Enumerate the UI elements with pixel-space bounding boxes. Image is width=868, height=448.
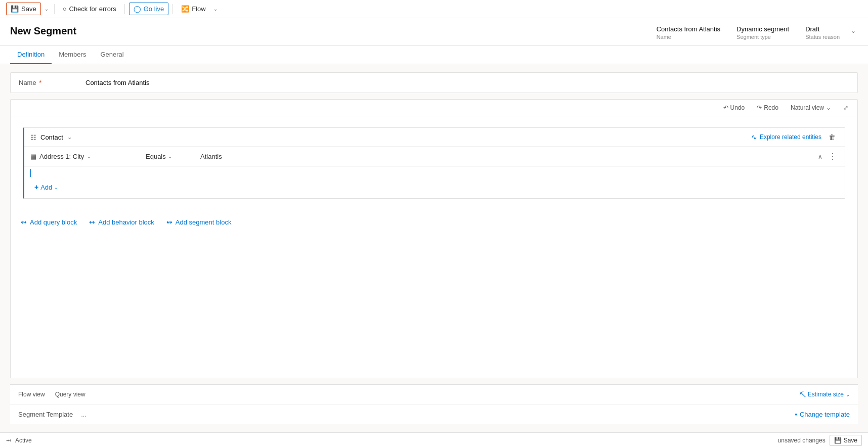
flow-label: Flow: [192, 5, 205, 13]
delete-contact-block-button[interactable]: 🗑: [826, 132, 839, 142]
add-query-block-button[interactable]: ↭ Add query block: [21, 218, 77, 226]
name-form-card: Name * Contacts from Atlantis: [10, 72, 858, 93]
redo-button[interactable]: ↷ Redo: [754, 103, 782, 113]
save-button[interactable]: 💾 Save: [6, 3, 41, 15]
flow-icon: 🔀: [181, 5, 189, 13]
natural-view-button[interactable]: Natural view ⌄: [788, 103, 834, 113]
condition-operator[interactable]: Equals ⌄: [146, 153, 196, 160]
template-info: Segment Template ...: [18, 411, 86, 418]
toolbar: 💾 Save ⌄ ○ Check for errors ◯ Go live 🔀 …: [0, 0, 868, 18]
explore-icon: ∿: [751, 133, 757, 141]
separator-3: [172, 4, 173, 14]
add-query-label: Add query block: [30, 218, 77, 226]
condition-field[interactable]: ▦ Address 1: City ⌄: [30, 153, 142, 160]
tab-members[interactable]: Members: [52, 46, 93, 64]
add-label: Add: [40, 184, 52, 191]
add-behavior-block-button[interactable]: ↭ Add behavior block: [89, 218, 154, 226]
contact-header-right: ∿ Explore related entities 🗑: [751, 132, 839, 142]
separator-2: [124, 4, 125, 14]
expand-button[interactable]: ⤢: [840, 103, 851, 113]
flow-view-tab[interactable]: Flow view: [18, 390, 45, 399]
page-title: New Segment: [10, 25, 76, 36]
go-live-icon: ◯: [134, 5, 141, 13]
save-icon: 💾: [11, 5, 19, 13]
add-segment-block-button[interactable]: ↭ Add segment block: [166, 218, 232, 226]
add-query-icon: ↭: [21, 218, 27, 226]
contact-header-left: ☷ Contact ⌄: [30, 133, 72, 141]
add-condition-button[interactable]: + Add ⌄: [28, 180, 64, 194]
bottom-panel-tabs: Flow view Query view ⛏ Estimate size ⌄: [10, 385, 858, 405]
contact-block: ☷ Contact ⌄ ∿ Explore related entities 🗑: [23, 127, 845, 199]
change-template-label: Change template: [800, 411, 850, 418]
add-segment-label: Add segment block: [176, 218, 232, 226]
condition-value: Atlantis: [200, 153, 812, 160]
undo-icon: ↶: [723, 104, 728, 111]
contact-entity-chevron[interactable]: ⌄: [67, 134, 72, 141]
builder-card: ↶ Undo ↷ Redo Natural view ⌄ ⤢ ☷: [10, 99, 858, 378]
meta-segment-type: Dynamic segment Segment type: [736, 25, 789, 40]
meta-name-value: Contacts from Atlantis: [657, 25, 720, 33]
status-left: ⤟ Active: [6, 437, 32, 444]
undo-label: Undo: [730, 104, 745, 111]
template-label: Segment Template: [18, 411, 73, 418]
add-chevron: ⌄: [54, 185, 58, 190]
change-template-icon: ▪: [795, 411, 797, 418]
meta-status-label: Status reason: [805, 34, 840, 40]
check-errors-button[interactable]: ○ Check for errors: [59, 3, 120, 15]
estimate-icon: ⛏: [799, 391, 806, 398]
save-button-label: Save: [21, 5, 36, 13]
page-title-container: New Segment: [10, 25, 76, 37]
redo-icon: ↷: [757, 104, 762, 111]
tabs-bar: Definition Members General: [0, 46, 868, 64]
status-save-label: Save: [844, 437, 857, 444]
flow-button[interactable]: 🔀 Flow: [177, 3, 209, 15]
redo-label: Redo: [764, 104, 778, 111]
operator-chevron: ⌄: [168, 154, 172, 159]
page-header: New Segment Contacts from Atlantis Name …: [0, 18, 868, 46]
condition-more-button[interactable]: ⋮: [827, 151, 839, 162]
condition-actions: ∧ ⋮: [816, 151, 839, 162]
status-text: Active: [15, 437, 32, 444]
template-value: ...: [81, 411, 86, 418]
expand-status-icon[interactable]: ⤟: [6, 437, 11, 444]
save-chevron[interactable]: ⌄: [43, 4, 50, 14]
field-chevron: ⌄: [87, 154, 91, 159]
query-view-tab[interactable]: Query view: [55, 390, 85, 399]
cursor-area: [24, 167, 845, 178]
tab-general[interactable]: General: [93, 46, 131, 64]
meta-name: Contacts from Atlantis Name: [657, 25, 720, 40]
text-cursor: [30, 169, 31, 177]
main-content: Name * Contacts from Atlantis ↶ Undo ↷ R…: [0, 64, 868, 432]
estimate-size-button[interactable]: ⛏ Estimate size ⌄: [799, 391, 850, 398]
meta-name-label: Name: [657, 34, 671, 40]
contact-block-wrapper: ☷ Contact ⌄ ∿ Explore related entities 🗑: [11, 116, 857, 210]
view-chevron-icon: ⌄: [826, 104, 831, 111]
status-bar: ⤟ Active unsaved changes 💾 Save: [0, 432, 868, 448]
header-meta: Contacts from Atlantis Name Dynamic segm…: [657, 25, 840, 40]
bottom-panel-tabs-left: Flow view Query view: [18, 390, 85, 399]
go-live-button[interactable]: ◯ Go live: [129, 3, 168, 15]
field-icon: ▦: [30, 153, 36, 160]
add-behavior-icon: ↭: [89, 218, 95, 226]
contact-header: ☷ Contact ⌄ ∿ Explore related entities 🗑: [24, 128, 845, 147]
plus-icon: +: [34, 183, 38, 191]
meta-status-value: Draft: [805, 25, 819, 33]
header-collapse-icon[interactable]: ⌄: [849, 25, 858, 36]
go-live-label: Go live: [144, 5, 164, 13]
change-template-button[interactable]: ▪ Change template: [795, 411, 850, 418]
flow-chevron[interactable]: ⌄: [212, 4, 219, 14]
undo-button[interactable]: ↶ Undo: [720, 103, 748, 113]
name-form-row: Name * Contacts from Atlantis: [11, 73, 857, 93]
unsaved-changes-text: unsaved changes: [778, 437, 826, 444]
bottom-panel: Flow view Query view ⛏ Estimate size ⌄ S…: [10, 384, 858, 424]
expand-icon: ⤢: [843, 104, 848, 111]
condition-row: ▦ Address 1: City ⌄ Equals ⌄ Atlantis ∧ …: [24, 147, 845, 167]
tab-definition[interactable]: Definition: [10, 46, 52, 64]
status-save-button[interactable]: 💾 Save: [830, 435, 862, 446]
natural-view-label: Natural view: [791, 104, 824, 111]
explore-related-entities-button[interactable]: ∿ Explore related entities: [751, 133, 821, 141]
segment-template-row: Segment Template ... ▪ Change template: [10, 405, 858, 424]
add-segment-icon: ↭: [166, 218, 172, 226]
condition-collapse-button[interactable]: ∧: [816, 152, 824, 161]
add-row: + Add ⌄: [24, 178, 845, 198]
